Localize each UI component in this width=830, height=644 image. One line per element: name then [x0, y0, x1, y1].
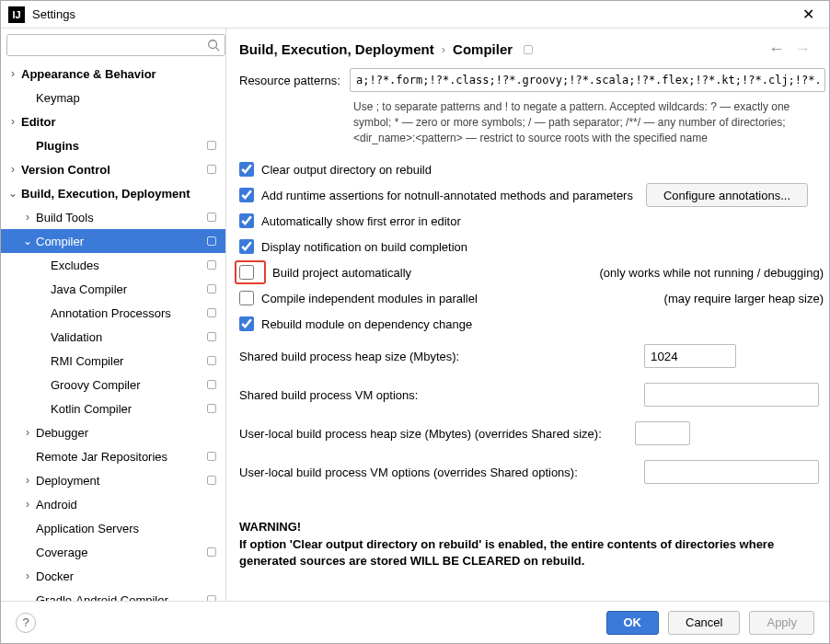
sidebar-item-keymap[interactable]: ·Keymap [1, 86, 225, 109]
sidebar-item-label: Annotation Processors [49, 306, 171, 320]
sidebar-item-label: Docker [34, 569, 74, 583]
rebuild-dep-checkbox[interactable] [239, 316, 254, 331]
heap-size-input[interactable] [644, 344, 736, 368]
warning-body: If option 'Clear output directory on reb… [239, 536, 829, 569]
forward-button[interactable]: → [794, 40, 811, 59]
sidebar-item-gradle-android-compiler[interactable]: ·Gradle-Android Compiler [1, 588, 225, 601]
sidebar-item-android[interactable]: ›Android [1, 492, 225, 516]
sidebar-item-appearance-behavior[interactable]: ›Appearance & Behavior [1, 62, 225, 86]
build-auto-checkbox[interactable] [239, 265, 254, 280]
clear-output-checkbox[interactable] [239, 162, 254, 177]
scope-indicator-icon [207, 404, 216, 413]
user-vm-label: User-local build process VM options (ove… [239, 466, 626, 479]
chevron-right-icon: › [21, 426, 34, 439]
parallel-checkbox[interactable] [239, 291, 254, 305]
chevron-down-icon: ⌄ [21, 235, 34, 247]
apply-button[interactable]: Apply [749, 611, 814, 635]
app-icon: IJ [8, 6, 25, 23]
scope-indicator-icon [207, 452, 216, 461]
notify-build-label: Display notification on build completion [261, 240, 467, 254]
sidebar-item-editor[interactable]: ›Editor [1, 109, 225, 133]
breadcrumb-parent[interactable]: Build, Execution, Deployment [239, 41, 434, 57]
scope-indicator-icon [207, 332, 216, 341]
close-button[interactable]: ✕ [794, 6, 822, 23]
sidebar-item-label: Compiler [34, 235, 84, 248]
back-button[interactable]: ← [768, 40, 785, 59]
resource-patterns-help: Use ; to separate patterns and ! to nega… [239, 99, 829, 145]
add-runtime-checkbox[interactable] [239, 188, 254, 202]
scope-indicator-icon [207, 141, 216, 150]
sidebar-item-kotlin-compiler[interactable]: ·Kotlin Compiler [1, 397, 225, 420]
user-heap-label: User-local build process heap size (Mbyt… [239, 427, 626, 441]
sidebar-item-groovy-compiler[interactable]: ·Groovy Compiler [1, 373, 225, 397]
auto-error-label: Automatically show first error in editor [261, 214, 461, 228]
content-panel: Build, Execution, Deployment › Compiler … [226, 29, 829, 601]
sidebar-item-label: Validation [49, 330, 102, 344]
chevron-right-icon: › [21, 569, 34, 582]
add-runtime-label: Add runtime assertions for notnull-annot… [261, 189, 633, 202]
sidebar-item-label: Excludes [49, 259, 99, 272]
sidebar-item-deployment[interactable]: ›Deployment [1, 468, 225, 492]
sidebar-item-annotation-processors[interactable]: ·Annotation Processors [1, 301, 225, 325]
ok-button[interactable]: OK [606, 611, 660, 635]
sidebar-item-label: Deployment [34, 474, 99, 488]
sidebar-item-excludes[interactable]: ·Excludes [1, 253, 225, 277]
chevron-right-icon: › [21, 211, 34, 224]
sidebar-item-label: Android [34, 498, 77, 512]
vm-options-label: Shared build process VM options: [239, 388, 626, 402]
breadcrumb: Build, Execution, Deployment › Compiler … [239, 40, 829, 68]
chevron-right-icon: › [21, 498, 34, 511]
rebuild-dep-label: Rebuild module on dependency change [261, 317, 472, 331]
resource-patterns-input[interactable] [350, 68, 825, 92]
sidebar-item-application-servers[interactable]: ·Application Servers [1, 516, 225, 540]
scope-indicator-icon [207, 213, 216, 222]
sidebar-item-validation[interactable]: ·Validation [1, 325, 225, 349]
settings-tree: ›Appearance & Behavior·Keymap›Editor·Plu… [1, 62, 225, 601]
user-vm-input[interactable] [644, 460, 819, 484]
scope-indicator-icon [207, 308, 216, 317]
notify-build-checkbox[interactable] [239, 239, 254, 254]
chevron-down-icon: ⌄ [6, 187, 19, 200]
clear-output-label: Clear output directory on rebuild [261, 163, 432, 177]
sidebar-item-docker[interactable]: ›Docker [1, 564, 225, 588]
scope-indicator-icon [207, 595, 216, 601]
sidebar-item-label: Java Compiler [49, 282, 127, 296]
sidebar-item-remote-jar-repositories[interactable]: ·Remote Jar Repositories [1, 444, 225, 468]
sidebar-item-version-control[interactable]: ›Version Control [1, 157, 225, 181]
sidebar-item-label: Remote Jar Repositories [34, 450, 167, 464]
auto-error-checkbox[interactable] [239, 213, 254, 228]
sidebar-item-debugger[interactable]: ›Debugger [1, 420, 225, 444]
sidebar-item-label: Groovy Compiler [49, 378, 141, 392]
warning-block: WARNING! If option 'Clear output directo… [239, 519, 829, 569]
sidebar-item-label: Keymap [34, 91, 80, 105]
sidebar-item-label: RMI Compiler [49, 354, 123, 368]
titlebar: IJ Settings ✕ [1, 1, 829, 29]
sidebar-item-label: Application Servers [34, 522, 139, 535]
sidebar-item-label: Debugger [34, 426, 88, 440]
scope-indicator-icon [207, 260, 216, 270]
vm-options-input[interactable] [644, 383, 819, 407]
sidebar: ›Appearance & Behavior·Keymap›Editor·Plu… [1, 29, 226, 601]
sidebar-item-build-execution-deployment[interactable]: ⌄Build, Execution, Deployment [1, 181, 225, 205]
help-icon[interactable]: ? [16, 613, 36, 633]
heap-size-label: Shared build process heap size (Mbytes): [239, 350, 626, 363]
sidebar-item-plugins[interactable]: ·Plugins [1, 133, 225, 157]
parallel-label: Compile independent modules in parallel [261, 292, 478, 305]
chevron-right-icon: › [442, 42, 445, 56]
sidebar-item-label: Editor [19, 115, 56, 129]
configure-annotations-button[interactable]: Configure annotations... [646, 183, 808, 207]
sidebar-item-build-tools[interactable]: ›Build Tools [1, 205, 225, 229]
sidebar-item-label: Build, Execution, Deployment [19, 187, 190, 201]
sidebar-item-label: Coverage [34, 546, 87, 559]
sidebar-item-java-compiler[interactable]: ·Java Compiler [1, 277, 225, 301]
build-auto-label: Build project automatically [272, 266, 411, 280]
breadcrumb-current: Compiler [453, 41, 513, 57]
sidebar-item-label: Build Tools [34, 211, 94, 224]
sidebar-item-compiler[interactable]: ⌄Compiler [1, 229, 225, 253]
user-heap-input[interactable] [635, 421, 690, 445]
sidebar-item-coverage[interactable]: ·Coverage [1, 540, 225, 564]
search-input[interactable] [6, 34, 225, 56]
scope-indicator-icon [207, 284, 216, 293]
cancel-button[interactable]: Cancel [668, 611, 740, 635]
sidebar-item-rmi-compiler[interactable]: ·RMI Compiler [1, 349, 225, 373]
